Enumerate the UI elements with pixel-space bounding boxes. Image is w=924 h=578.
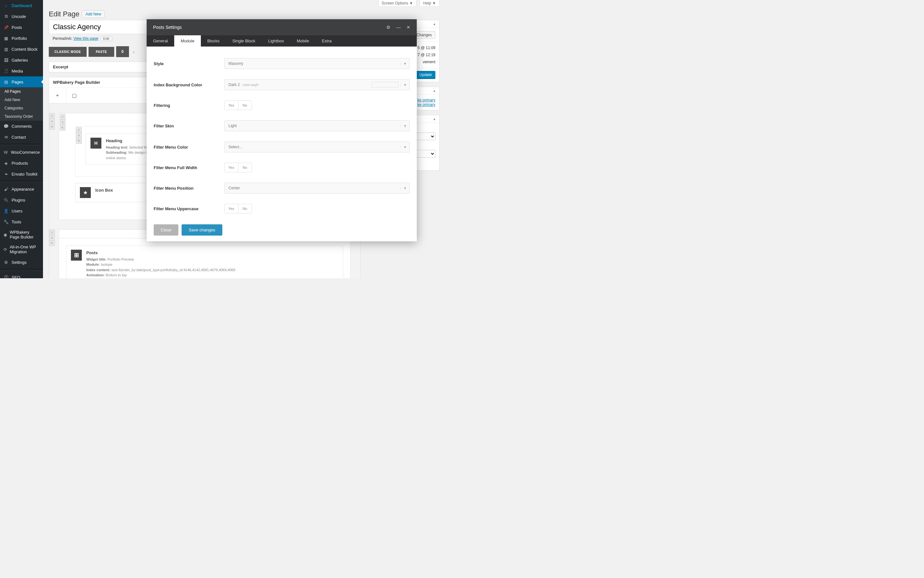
expand-icon[interactable]: ⤢ — [76, 127, 82, 133]
woo-icon: W — [3, 149, 8, 155]
edit-icon[interactable]: ✎ — [60, 125, 65, 131]
menu-uncode[interactable]: ⧉Uncode — [0, 11, 43, 22]
tab-single-block[interactable]: Single Block — [226, 35, 262, 47]
product-icon: ◈ — [3, 160, 9, 166]
close-icon[interactable]: ✕ — [407, 25, 410, 30]
edit-icon[interactable]: ✎ — [49, 240, 55, 246]
menu-media[interactable]: 🎵Media — [0, 65, 43, 76]
posts-info: Posts Widget title: Portfolio Preview Mo… — [86, 250, 235, 278]
screen-options-button[interactable]: Screen Options ▼ — [378, 0, 417, 7]
tab-module[interactable]: Module — [174, 35, 201, 47]
menu-envato[interactable]: ❧Envato Toolkit — [0, 169, 43, 179]
layers-icon: ⧉ — [3, 13, 9, 19]
minimize-icon[interactable]: — — [396, 25, 401, 30]
menu-users[interactable]: 👤Users — [0, 205, 43, 216]
menu-icon[interactable]: ≡ — [49, 235, 55, 241]
toggle-filter-full[interactable]: YesNo — [224, 163, 252, 172]
make-primary-link-2[interactable]: ke primary — [417, 102, 435, 107]
expand-icon[interactable]: ⤢ — [49, 229, 55, 235]
menu-galleries[interactable]: 🖼Galleries — [0, 55, 43, 65]
paste-button[interactable]: PASTE — [89, 47, 114, 57]
permalink-link[interactable]: View this page — [73, 36, 99, 41]
revision-time-1: 5 @ 11:09 — [417, 45, 435, 50]
update-button[interactable]: Update — [416, 71, 435, 79]
caret-down-icon: ▼ — [400, 124, 409, 128]
submenu-add-new[interactable]: Add New — [0, 96, 43, 104]
section-posts: Posts Widget title: Portfolio Preview Mo… — [59, 238, 351, 278]
make-primary-link-1[interactable]: ke primary — [417, 98, 435, 102]
edit-icon[interactable]: ✎ — [76, 138, 82, 144]
menu-dashboard[interactable]: ⌂Dashboard — [0, 0, 43, 11]
tab-extra[interactable]: Extra — [315, 35, 338, 47]
select-filter-pos[interactable]: Center ▼ — [224, 183, 410, 193]
expand-icon[interactable]: ⤢ — [49, 113, 55, 119]
tab-lightbox[interactable]: Lightbox — [262, 35, 290, 47]
permalink-edit-button[interactable]: Edit — [101, 36, 112, 41]
tab-general[interactable]: General — [147, 35, 174, 47]
submenu-all-pages[interactable]: All Pages — [0, 87, 43, 96]
select-style[interactable]: Masonry ▼ — [224, 58, 410, 69]
menu-tools[interactable]: 🔧Tools — [0, 216, 43, 227]
menu-wpbakery[interactable]: ◉WPBakery Page Builder — [0, 227, 43, 242]
template-icon[interactable]: ▢ — [66, 88, 83, 103]
plus-icon[interactable]: ＋ — [49, 88, 66, 103]
tab-blocks[interactable]: Blocks — [201, 35, 226, 47]
star-icon — [80, 187, 91, 198]
page-icon: ▤ — [3, 79, 9, 85]
label-style: Style — [154, 61, 224, 66]
menu-plugins[interactable]: 🔌Plugins — [0, 195, 43, 205]
add-new-button[interactable]: Add New — [82, 10, 105, 18]
modal-title: Posts Settings — [153, 25, 182, 30]
menu-pages-submenu: All Pages Add New Categories Taxonomy Or… — [0, 87, 43, 121]
caret-up-icon[interactable]: ▲ — [433, 22, 436, 26]
menu-pages[interactable]: ▤Pages — [0, 76, 43, 87]
brush-icon: 🖌 — [3, 186, 9, 192]
posts-element[interactable]: Posts Widget title: Portfolio Preview Mo… — [66, 245, 343, 278]
tab-mobile[interactable]: Mobile — [290, 35, 315, 47]
menu-icon[interactable]: ≡ — [76, 133, 82, 138]
caret-up-icon[interactable]: ▲ — [433, 89, 436, 93]
menu-icon[interactable]: ≡ — [60, 119, 65, 125]
plug-icon: 🔌 — [3, 197, 9, 203]
help-button[interactable]: Help ▼ — [420, 0, 439, 7]
gear-icon[interactable]: ⚙ — [386, 25, 391, 30]
caret-down-icon: ▼ — [400, 83, 409, 87]
expand-icon[interactable]: ⤢ — [60, 114, 65, 120]
save-changes-button[interactable]: Save changes — [182, 224, 222, 235]
counter-button[interactable]: 0 — [116, 46, 129, 57]
menu-settings[interactable]: ⚙Settings — [0, 257, 43, 268]
heading-icon: H — [91, 138, 101, 149]
chevron-left-icon[interactable]: ‹ — [131, 47, 137, 57]
classic-mode-button[interactable]: CLASSIC MODE — [49, 47, 87, 57]
iconbox-element[interactable]: Icon Box — [75, 183, 152, 202]
modal-header: Posts Settings ⚙ — ✕ — [147, 19, 417, 35]
caret-up-icon[interactable]: ▲ — [433, 117, 436, 121]
menu-icon[interactable]: ≡ — [49, 119, 55, 124]
mail-icon: ✉ — [3, 134, 9, 140]
menu-products[interactable]: ◈Products — [0, 157, 43, 169]
menu-portfolio[interactable]: ▦Portfolio — [0, 33, 43, 44]
menu-woocommerce[interactable]: WWooCommerce — [0, 147, 43, 157]
menu-posts[interactable]: 📌Posts — [0, 22, 43, 33]
edit-icon[interactable]: ✎ — [49, 124, 55, 130]
menu-comments[interactable]: 💬Comments — [0, 121, 43, 132]
menu-contact[interactable]: ✉Contact — [0, 132, 43, 143]
select-bg[interactable]: Dark 2: color-wayh ▼ — [224, 79, 410, 90]
admin-sidebar: ⌂Dashboard ⧉Uncode 📌Posts ▦Portfolio ▥Co… — [0, 0, 43, 278]
grid-icon: ▦ — [3, 35, 9, 41]
submenu-categories[interactable]: Categories — [0, 104, 43, 112]
toggle-filtering[interactable]: YesNo — [224, 101, 252, 110]
menu-appearance[interactable]: 🖌Appearance — [0, 183, 43, 195]
close-button[interactable]: Close — [154, 224, 178, 235]
wrench-icon: 🔧 — [3, 219, 9, 225]
label-filter-color: Filter Menu Color — [154, 145, 224, 149]
menu-seo[interactable]: ⓎSEO — [0, 272, 43, 278]
select-filter-color[interactable]: Select… ▼ — [224, 141, 410, 153]
menu-content-block[interactable]: ▥Content Block — [0, 44, 43, 55]
label-filter-upper: Filter Menu Uppercase — [154, 206, 224, 211]
builder-icon: ◉ — [3, 232, 7, 237]
toggle-filter-upper[interactable]: YesNo — [224, 204, 252, 213]
select-filter-skin[interactable]: Light ▼ — [224, 120, 410, 131]
menu-migration[interactable]: ⟳All-in-One WP Migration — [0, 242, 43, 257]
submenu-taxonomy-order[interactable]: Taxonomy Order — [0, 112, 43, 121]
